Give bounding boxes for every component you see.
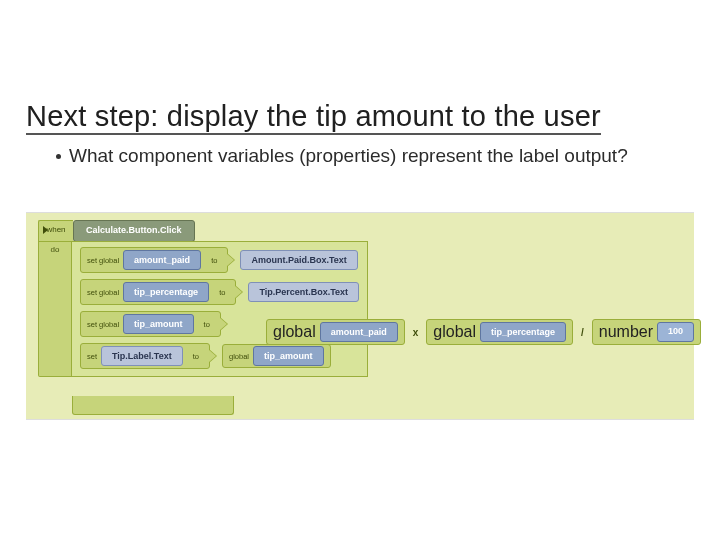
var-tip-percentage-ref: tip_percentage bbox=[480, 322, 566, 342]
getter-tip-percent-box-text[interactable]: Tip.Percent.Box.Text bbox=[248, 282, 359, 302]
keyword-when: when bbox=[38, 220, 73, 242]
operator-multiply: x bbox=[409, 327, 423, 338]
do-body: set global amount_paid to Amount.Paid.Bo… bbox=[72, 241, 368, 377]
getter-global-tip-percentage[interactable]: global tip_percentage bbox=[426, 319, 573, 345]
bullet-dot-icon bbox=[56, 154, 61, 159]
keyword-number: number bbox=[599, 323, 653, 341]
bullet-item: What component variables (properties) re… bbox=[56, 145, 694, 167]
getter-global-amount-paid[interactable]: global amount_paid bbox=[266, 319, 405, 345]
keyword-set-global: set global bbox=[81, 320, 123, 329]
setter-tip-label-text[interactable]: Tip.Label.Text bbox=[101, 346, 183, 366]
keyword-global: global bbox=[433, 323, 476, 341]
keyword-do: do bbox=[38, 241, 72, 377]
set-global-amount-paid[interactable]: set global amount_paid to Amount.Paid.Bo… bbox=[80, 248, 359, 272]
keyword-global: global bbox=[273, 323, 316, 341]
keyword-set-global: set global bbox=[81, 288, 123, 297]
getter-amount-paid-box-text[interactable]: Amount.Paid.Box.Text bbox=[240, 250, 357, 270]
event-name-pill[interactable]: Calculate.Button.Click bbox=[73, 220, 195, 242]
block-footer-notch bbox=[72, 396, 234, 415]
var-tip-percentage[interactable]: tip_percentage bbox=[123, 282, 209, 302]
tip-amount-expression[interactable]: global amount_paid x global tip_percenta… bbox=[266, 319, 701, 345]
keyword-to: to bbox=[204, 320, 210, 329]
event-handler-block[interactable]: when Calculate.Button.Click do set globa… bbox=[38, 221, 368, 377]
blocks-canvas: when Calculate.Button.Click do set globa… bbox=[26, 212, 694, 420]
literal-100: 100 bbox=[657, 322, 694, 342]
keyword-set: set bbox=[81, 352, 101, 361]
bullet-list: What component variables (properties) re… bbox=[56, 145, 694, 167]
var-tip-amount-ref: tip_amount bbox=[253, 346, 324, 366]
keyword-to: to bbox=[219, 288, 225, 297]
var-tip-amount[interactable]: tip_amount bbox=[123, 314, 194, 334]
operator-divide: / bbox=[577, 327, 588, 338]
var-amount-paid-ref: amount_paid bbox=[320, 322, 398, 342]
keyword-to: to bbox=[193, 352, 199, 361]
set-tip-label-text[interactable]: set Tip.Label.Text to global tip_amount bbox=[80, 344, 359, 368]
keyword-to: to bbox=[211, 256, 217, 265]
set-global-tip-percentage[interactable]: set global tip_percentage to Tip.Percent… bbox=[80, 280, 359, 304]
getter-global-tip-amount[interactable]: global tip_amount bbox=[222, 344, 331, 368]
slide: Next step: display the tip amount to the… bbox=[0, 0, 720, 420]
keyword-set-global: set global bbox=[81, 256, 123, 265]
keyword-global: global bbox=[229, 352, 249, 361]
var-amount-paid[interactable]: amount_paid bbox=[123, 250, 201, 270]
bullet-text: What component variables (properties) re… bbox=[69, 145, 628, 167]
number-literal-100[interactable]: number 100 bbox=[592, 319, 701, 345]
slide-title: Next step: display the tip amount to the… bbox=[26, 100, 601, 135]
disclosure-triangle-icon bbox=[43, 226, 48, 234]
when-label: when bbox=[46, 225, 65, 234]
